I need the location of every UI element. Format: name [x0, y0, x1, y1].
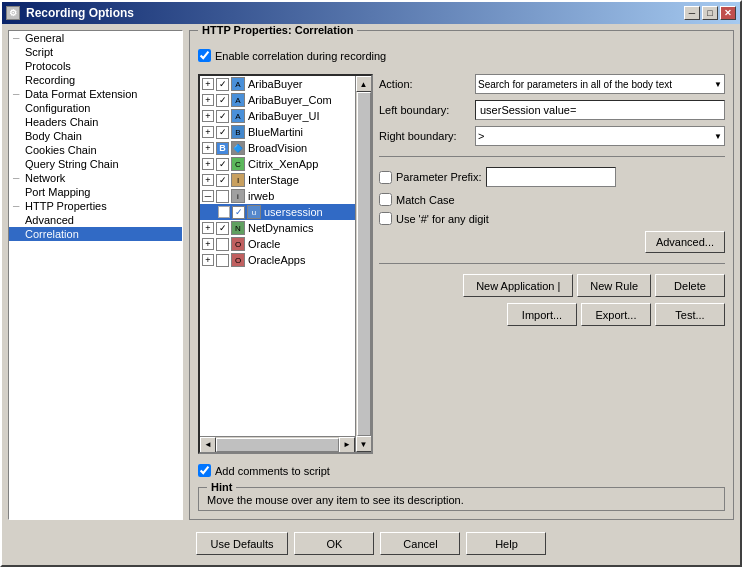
- expand-usersession[interactable]: [218, 206, 230, 218]
- new-application-button[interactable]: New Application |: [463, 274, 573, 297]
- import-button[interactable]: Import...: [507, 303, 577, 326]
- action-select[interactable]: Search for parameters in all of the body…: [475, 74, 725, 94]
- expand-oracle[interactable]: +: [202, 238, 214, 250]
- expand-broadvision[interactable]: +: [202, 142, 214, 154]
- label-usersession: usersession: [264, 206, 323, 218]
- expand-oracle-apps[interactable]: +: [202, 254, 214, 266]
- separator2: [379, 263, 725, 264]
- tree-headers-chain[interactable]: Headers Chain: [9, 115, 182, 129]
- use-hash-label: Use '#' for any digit: [396, 213, 489, 225]
- label-irweb: irweb: [248, 190, 274, 202]
- app-interstage[interactable]: + ✓ I InterStage: [200, 172, 355, 188]
- tree-advanced[interactable]: Advanced: [9, 213, 182, 227]
- export-button[interactable]: Export...: [581, 303, 651, 326]
- app-bluemartini[interactable]: + ✓ B BlueMartini: [200, 124, 355, 140]
- right-boundary-select[interactable]: > ▼: [475, 126, 725, 146]
- expand-bluemartini[interactable]: +: [202, 126, 214, 138]
- check-netdynamics[interactable]: ✓: [216, 222, 229, 235]
- label-oracle-apps: OracleApps: [248, 254, 305, 266]
- check-usersession[interactable]: ✓: [232, 206, 245, 219]
- expand-irweb[interactable]: ─: [202, 190, 214, 202]
- test-button[interactable]: Test...: [655, 303, 725, 326]
- check-aribabuyer-comm[interactable]: ✓: [216, 94, 229, 107]
- check-broadvision[interactable]: B: [216, 142, 229, 155]
- add-comments-checkbox[interactable]: [198, 464, 211, 477]
- tree-general[interactable]: ─General: [9, 31, 182, 45]
- use-hash-checkbox[interactable]: [379, 212, 392, 225]
- scroll-left-arrow[interactable]: ◄: [200, 437, 216, 453]
- window-content: ─General Script Protocols Recording ─Dat…: [2, 24, 740, 565]
- icon-netdynamics: N: [231, 221, 245, 235]
- ok-button[interactable]: OK: [294, 532, 374, 555]
- scroll-down-arrow[interactable]: ▼: [356, 436, 372, 452]
- use-defaults-button[interactable]: Use Defaults: [196, 532, 289, 555]
- app-netdynamics[interactable]: + ✓ N NetDynamics: [200, 220, 355, 236]
- tree-script[interactable]: Script: [9, 45, 182, 59]
- check-interstage[interactable]: ✓: [216, 174, 229, 187]
- tree-correlation[interactable]: Correlation: [9, 227, 182, 241]
- advanced-button[interactable]: Advanced...: [645, 231, 725, 253]
- maximize-button[interactable]: □: [702, 6, 718, 20]
- tree-network[interactable]: ─Network: [9, 171, 182, 185]
- expand-interstage[interactable]: +: [202, 174, 214, 186]
- check-citrix[interactable]: ✓: [216, 158, 229, 171]
- param-prefix-input[interactable]: [486, 167, 616, 187]
- check-aribabuyer[interactable]: ✓: [216, 78, 229, 91]
- expand-netdynamics[interactable]: +: [202, 222, 214, 234]
- app-oracle-apps[interactable]: + O OracleApps: [200, 252, 355, 268]
- scroll-right-arrow[interactable]: ►: [339, 437, 355, 453]
- cancel-button[interactable]: Cancel: [380, 532, 460, 555]
- delete-button[interactable]: Delete: [655, 274, 725, 297]
- app-oracle[interactable]: + O Oracle: [200, 236, 355, 252]
- enable-checkbox[interactable]: [198, 49, 211, 62]
- add-comments-label: Add comments to script: [215, 465, 330, 477]
- enable-row: Enable correlation during recording: [198, 49, 725, 62]
- expand-aribabuyer[interactable]: +: [202, 78, 214, 90]
- check-oracle[interactable]: [216, 238, 229, 251]
- left-tree-panel: ─General Script Protocols Recording ─Dat…: [8, 30, 183, 520]
- tree-recording[interactable]: Recording: [9, 73, 182, 87]
- tree-configuration[interactable]: Configuration: [9, 101, 182, 115]
- minimize-button[interactable]: ─: [684, 6, 700, 20]
- icon-aribabuyer: A: [231, 77, 245, 91]
- close-button[interactable]: ✕: [720, 6, 736, 20]
- app-aribabuyer-comm[interactable]: + ✓ A AribaBuyer_Com: [200, 92, 355, 108]
- expand-aribabuyer-ui[interactable]: +: [202, 110, 214, 122]
- label-broadvision: BroadVision: [248, 142, 307, 154]
- app-usersession[interactable]: ✓ u usersession: [200, 204, 355, 220]
- right-boundary-arrow[interactable]: ▼: [714, 132, 722, 141]
- check-oracle-apps[interactable]: [216, 254, 229, 267]
- param-prefix-checkbox[interactable]: [379, 171, 392, 184]
- expand-citrix[interactable]: +: [202, 158, 214, 170]
- scroll-up-arrow[interactable]: ▲: [356, 76, 372, 92]
- tree-cookies-chain[interactable]: Cookies Chain: [9, 143, 182, 157]
- tree-data-format[interactable]: ─Data Format Extension: [9, 87, 182, 101]
- tree-port-mapping[interactable]: Port Mapping: [9, 185, 182, 199]
- check-irweb[interactable]: [216, 190, 229, 203]
- help-button[interactable]: Help: [466, 532, 546, 555]
- expand-aribabuyer-comm[interactable]: +: [202, 94, 214, 106]
- scroll-thumb-h[interactable]: [216, 438, 339, 452]
- tree-body-chain[interactable]: Body Chain: [9, 129, 182, 143]
- check-aribabuyer-ui[interactable]: ✓: [216, 110, 229, 123]
- app-citrix[interactable]: + ✓ C Citrix_XenApp: [200, 156, 355, 172]
- check-bluemartini[interactable]: ✓: [216, 126, 229, 139]
- enable-label: Enable correlation during recording: [215, 50, 386, 62]
- tree-scrollbar-v: ▲ ▼: [355, 76, 371, 452]
- tree-query-string-chain[interactable]: Query String Chain: [9, 157, 182, 171]
- tree-protocols[interactable]: Protocols: [9, 59, 182, 73]
- app-aribabuyer[interactable]: + ✓ A AribaBuyer: [200, 76, 355, 92]
- left-boundary-input[interactable]: [475, 100, 725, 120]
- right-boundary-row: Right boundary: > ▼: [379, 126, 725, 146]
- match-case-checkbox[interactable]: [379, 193, 392, 206]
- tree-http-properties[interactable]: ─HTTP Properties: [9, 199, 182, 213]
- app-aribabuyer-ui[interactable]: + ✓ A AribaBuyer_UI: [200, 108, 355, 124]
- action-value: Search for parameters in all of the body…: [478, 79, 672, 90]
- scroll-thumb-v[interactable]: [357, 92, 371, 436]
- app-tree-scroll[interactable]: + ✓ A AribaBuyer + ✓ A AribaBuyer_Com: [200, 76, 355, 436]
- action-dropdown-arrow[interactable]: ▼: [714, 80, 722, 89]
- app-irweb[interactable]: ─ i irweb: [200, 188, 355, 204]
- app-broadvision[interactable]: + B 🔷 BroadVision: [200, 140, 355, 156]
- new-rule-button[interactable]: New Rule: [577, 274, 651, 297]
- bottom-bar: Use Defaults OK Cancel Help: [8, 526, 734, 559]
